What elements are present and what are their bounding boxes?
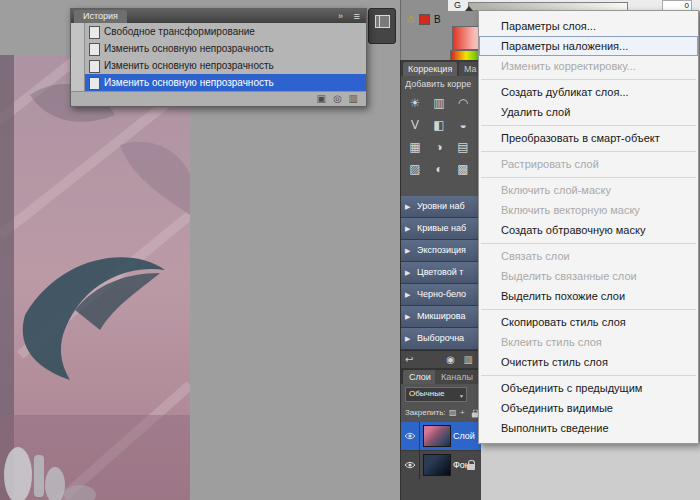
tab-adjustments[interactable]: Коррекция	[403, 62, 457, 76]
menu-item-clear-layer-style[interactable]: Очистить стиль слоя	[479, 352, 698, 372]
color-balance-icon[interactable]: ◒	[451, 114, 475, 136]
adjustments-tab-strip: Коррекция Ма	[401, 60, 481, 76]
canvas-image	[0, 55, 190, 500]
menu-item-create-clipping-mask[interactable]: Создать обтравочную маску	[479, 220, 698, 240]
preset-label: Кривые наб	[417, 223, 466, 233]
history-brush-checkbox[interactable]	[71, 57, 85, 74]
black-white-icon[interactable]: ▦	[403, 136, 427, 158]
menu-item-paste-layer-style: Вклеить стиль слоя	[479, 332, 698, 352]
menu-item-merge-visible[interactable]: Объединить видимые	[479, 398, 698, 418]
disclosure-arrow-icon[interactable]: ▶	[405, 284, 410, 305]
web-safe-color-chip[interactable]	[419, 14, 430, 25]
menu-separator	[479, 240, 698, 246]
tab-layers[interactable]: Слои	[403, 370, 437, 384]
document-canvas[interactable]	[0, 55, 190, 500]
channel-mixer-icon[interactable]: ▤	[451, 136, 475, 158]
menu-separator	[479, 76, 698, 82]
menu-separator	[479, 174, 698, 180]
disclosure-arrow-icon[interactable]: ▶	[405, 306, 410, 327]
adjustment-presets-list: ▶Уровни наб ▶Кривые наб ▶Экспозиция ▶Цве…	[401, 196, 481, 350]
disclosure-arrow-icon[interactable]: ▶	[405, 262, 410, 283]
preset-hue[interactable]: ▶Цветовой т	[401, 262, 481, 284]
new-snapshot-icon[interactable]: ◎	[333, 92, 342, 106]
green-channel-label: G	[454, 0, 461, 11]
curves-icon[interactable]: ◠	[451, 92, 475, 114]
adjustment-icon-grid: ☀▥◠V◧◒▦◑▤▨◐▩	[403, 92, 479, 180]
layer-visibility-toggle[interactable]	[401, 422, 420, 450]
toggle-visibility-icon[interactable]: ◉	[446, 351, 455, 369]
return-arrow-icon[interactable]: ↩	[405, 351, 413, 369]
gamut-warning-icon[interactable]: ⚠	[406, 13, 415, 25]
menu-separator	[479, 372, 698, 378]
menu-item-edit-adjustment: Изменить корректировку...	[479, 56, 698, 76]
history-state-row[interactable]: Свободное трансформирование	[71, 23, 366, 41]
lock-position-icon[interactable]: +	[460, 404, 465, 422]
history-state-icon	[89, 60, 100, 73]
preset-exposure[interactable]: ▶Экспозиция	[401, 240, 481, 262]
preset-selective-color[interactable]: ▶Выборочна	[401, 328, 481, 350]
history-brush-checkbox[interactable]	[71, 40, 85, 57]
selective-color-icon[interactable]: ▩	[451, 158, 475, 180]
lock-transparency-icon[interactable]: ▨	[449, 404, 457, 422]
delete-state-icon[interactable]: ▥	[349, 92, 358, 106]
menu-item-duplicate-layer[interactable]: Создать дубликат слоя...	[479, 82, 698, 102]
menu-separator	[479, 148, 698, 154]
menu-item-flatten-image[interactable]: Выполнить сведение	[479, 418, 698, 438]
background-lock-icon	[467, 464, 475, 470]
layers-controls-row: Обычные ▼	[401, 384, 481, 404]
invert-icon[interactable]: ▨	[403, 158, 427, 180]
blue-channel-label: B	[434, 14, 441, 25]
history-state-label: Изменить основную непрозрачность	[104, 74, 274, 91]
levels-icon[interactable]: ▥	[427, 92, 451, 114]
menu-item-select-similar-layers[interactable]: Выделить похожие слои	[479, 286, 698, 306]
tab-channels[interactable]: Каналы	[435, 370, 479, 384]
menu-item-blending-options[interactable]: Параметры наложения...	[479, 36, 698, 56]
collapse-dock-button[interactable]	[368, 8, 396, 44]
preset-curves[interactable]: ▶Кривые наб	[401, 218, 481, 240]
history-state-row[interactable]: Изменить основную непрозрачность	[71, 57, 366, 75]
hue-saturation-icon[interactable]: ◧	[427, 114, 451, 136]
menu-item-layer-properties[interactable]: Параметры слоя...	[479, 16, 698, 36]
photo-filter-icon[interactable]: ◑	[427, 136, 451, 158]
layer-thumbnail[interactable]	[423, 425, 451, 447]
menu-item-merge-down[interactable]: Объединить с предыдущим	[479, 378, 698, 398]
disclosure-arrow-icon[interactable]: ▶	[405, 218, 410, 239]
disclosure-arrow-icon[interactable]: ▶	[405, 328, 410, 349]
collapse-panel-icon[interactable]: »	[338, 10, 342, 23]
brightness-contrast-icon[interactable]: ☀	[403, 92, 427, 114]
lock-label: Закрепить:	[405, 404, 446, 422]
panel-menu-icon[interactable]: ≡	[354, 9, 360, 23]
menu-item-copy-layer-style[interactable]: Скопировать стиль слоя	[479, 312, 698, 332]
history-brush-checkbox[interactable]	[71, 23, 85, 40]
adjustments-footer-bar: ↩ ◉ ▥	[401, 350, 481, 369]
chevron-down-icon: ▼	[459, 391, 464, 402]
layer-row-background[interactable]: Фон	[401, 450, 481, 479]
foreground-color-swatch[interactable]	[452, 26, 480, 50]
new-document-from-state-icon[interactable]: ▣	[317, 92, 326, 106]
disclosure-arrow-icon[interactable]: ▶	[405, 240, 410, 261]
history-state-icon	[89, 77, 100, 90]
green-slider-handle-icon[interactable]	[465, 6, 473, 11]
posterize-icon[interactable]: ◐	[427, 158, 451, 180]
preset-label: Выборочна	[417, 333, 464, 343]
menu-item-delete-layer[interactable]: Удалить слой	[479, 102, 698, 122]
preset-channel-mixer[interactable]: ▶Микширова	[401, 306, 481, 328]
delete-adjustment-icon[interactable]: ▥	[464, 351, 473, 369]
menu-separator	[479, 306, 698, 312]
adjustments-panel: Коррекция Ма Добавить корре ☀▥◠V◧◒▦◑▤▨◐▩…	[400, 60, 481, 368]
layer-visibility-toggle[interactable]	[401, 451, 420, 479]
menu-item-convert-to-smart-object[interactable]: Преобразовать в смарт-объект	[479, 128, 698, 148]
history-brush-checkbox[interactable]	[71, 74, 85, 91]
disclosure-arrow-icon[interactable]: ▶	[405, 196, 410, 217]
history-state-row[interactable]: Изменить основную непрозрачность	[71, 40, 366, 58]
preset-black-white[interactable]: ▶Черно-бело	[401, 284, 481, 306]
preset-levels[interactable]: ▶Уровни наб	[401, 196, 481, 218]
history-panel-header: История » ≡	[71, 9, 366, 23]
history-tab[interactable]: История	[74, 10, 127, 23]
layer-thumbnail[interactable]	[423, 454, 451, 476]
vibrance-icon[interactable]: V	[403, 114, 427, 136]
layer-row-layer1[interactable]: Слой 1	[401, 422, 481, 450]
layers-panel: Слои Каналы Обычные ▼ Закрепить: ▨ + Сло…	[400, 368, 481, 500]
history-state-row-selected[interactable]: Изменить основную непрозрачность	[71, 74, 366, 92]
blend-mode-select[interactable]: Обычные ▼	[405, 387, 467, 402]
